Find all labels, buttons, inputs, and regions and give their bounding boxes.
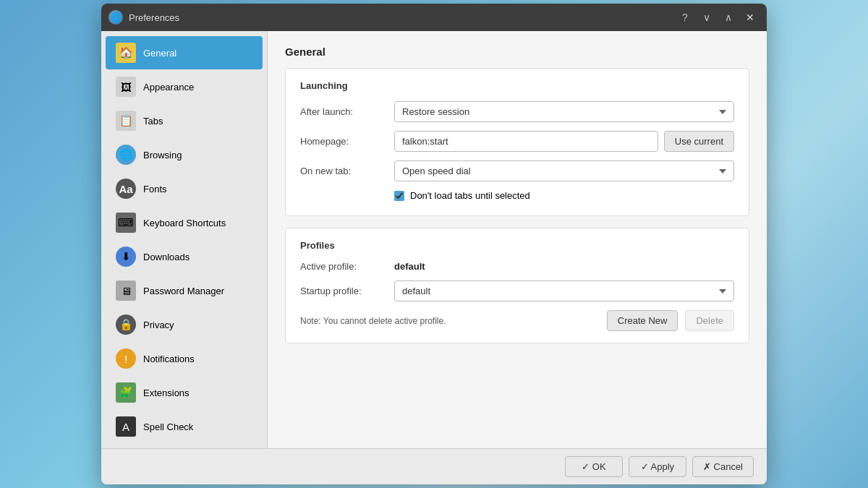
sidebar: 🏠 General 🖼 Appearance 📋 Tabs 🌐 Browsing… <box>101 31 268 448</box>
sidebar-item-downloads[interactable]: ⬇ Downloads <box>106 240 263 273</box>
privacy-icon: 🔒 <box>116 314 136 335</box>
dont-load-tabs-checkbox[interactable] <box>394 191 404 201</box>
footer: ✓ OK ✓ Apply ✗ Cancel <box>101 448 767 484</box>
sidebar-item-label-downloads: Downloads <box>143 252 190 262</box>
homepage-row: Homepage: Use current <box>300 131 734 152</box>
profiles-section: Profiles Active profile: default Startup… <box>285 228 749 343</box>
create-new-button[interactable]: Create New <box>607 310 678 331</box>
on-new-tab-select[interactable]: Open speed dial Open blank page Open hom… <box>394 160 734 181</box>
titlebar-controls: ? ∨ ∧ ✕ <box>676 8 760 27</box>
preferences-window: 🌐 Preferences ? ∨ ∧ ✕ 🏠 General 🖼 Appear… <box>101 4 767 484</box>
active-profile-value: default <box>394 261 425 272</box>
sidebar-item-label-tabs: Tabs <box>143 116 163 127</box>
maximize-button[interactable]: ∧ <box>719 8 738 27</box>
spell-check-icon: A <box>116 416 136 437</box>
password-manager-icon: 🖥 <box>116 281 136 301</box>
homepage-control: Use current <box>394 131 734 152</box>
sidebar-item-label-appearance: Appearance <box>143 82 194 93</box>
homepage-input[interactable] <box>394 131 658 152</box>
appearance-icon: 🖼 <box>116 77 136 97</box>
keyboard-shortcuts-icon: ⌨ <box>116 213 136 233</box>
homepage-label: Homepage: <box>300 136 387 147</box>
titlebar: 🌐 Preferences ? ∨ ∧ ✕ <box>101 4 767 31</box>
launching-section: Launching After launch: Restore session … <box>285 68 749 216</box>
sidebar-item-label-spell-check: Spell Check <box>143 421 193 432</box>
general-icon: 🏠 <box>116 43 136 63</box>
sidebar-item-label-browsing: Browsing <box>143 150 182 160</box>
sidebar-item-label-notifications: Notifications <box>143 354 195 364</box>
startup-profile-select[interactable]: default <box>394 281 734 301</box>
window-body: 🏠 General 🖼 Appearance 📋 Tabs 🌐 Browsing… <box>101 31 767 448</box>
after-launch-row: After launch: Restore session Open homep… <box>300 101 734 122</box>
sidebar-item-keyboard-shortcuts[interactable]: ⌨ Keyboard Shortcuts <box>106 206 263 239</box>
sidebar-item-tabs[interactable]: 📋 Tabs <box>106 104 263 137</box>
dont-load-tabs-label: Don't load tabs until selected <box>410 190 530 201</box>
launching-section-title: Launching <box>300 80 734 91</box>
notifications-icon: ! <box>116 348 136 369</box>
browsing-icon: 🌐 <box>116 145 136 165</box>
extensions-icon: 🧩 <box>116 382 136 403</box>
minimize-button[interactable]: ∨ <box>697 8 716 27</box>
main-content: General Launching After launch: Restore … <box>268 31 767 448</box>
ok-button[interactable]: ✓ OK <box>565 456 623 477</box>
after-launch-control: Restore session Open homepage Open blank… <box>394 101 734 122</box>
sidebar-item-password-manager[interactable]: 🖥 Password Manager <box>106 274 263 307</box>
on-new-tab-control: Open speed dial Open blank page Open hom… <box>394 160 734 181</box>
sidebar-item-label-fonts: Fonts <box>143 184 167 194</box>
sidebar-item-label-privacy: Privacy <box>143 320 174 330</box>
on-new-tab-row: On new tab: Open speed dial Open blank p… <box>300 160 734 181</box>
sidebar-item-spell-check[interactable]: A Spell Check <box>106 410 263 443</box>
fonts-icon: Aa <box>116 179 136 199</box>
sidebar-item-general[interactable]: 🏠 General <box>106 36 263 69</box>
note-row: Note: You cannot delete active profile. … <box>300 310 734 331</box>
sidebar-item-browsing[interactable]: 🌐 Browsing <box>106 138 263 171</box>
app-icon: 🌐 <box>109 10 123 25</box>
sidebar-item-appearance[interactable]: 🖼 Appearance <box>106 70 263 103</box>
sidebar-item-label-extensions: Extensions <box>143 388 190 398</box>
apply-button[interactable]: ✓ Apply <box>629 456 686 477</box>
downloads-icon: ⬇ <box>116 247 136 267</box>
startup-profile-label: Startup profile: <box>300 286 387 296</box>
sidebar-item-label-password-manager: Password Manager <box>143 286 224 296</box>
on-new-tab-label: On new tab: <box>300 166 387 176</box>
note-text: Note: You cannot delete active profile. <box>300 316 600 326</box>
cancel-button[interactable]: ✗ Cancel <box>692 456 754 477</box>
titlebar-left: 🌐 Preferences <box>109 10 179 25</box>
sidebar-item-extensions[interactable]: 🧩 Extensions <box>106 376 263 409</box>
use-current-button[interactable]: Use current <box>664 131 734 152</box>
delete-button[interactable]: Delete <box>685 310 734 331</box>
sidebar-item-privacy[interactable]: 🔒 Privacy <box>106 308 263 341</box>
page-title: General <box>285 46 749 58</box>
dont-load-tabs-row: Don't load tabs until selected <box>300 190 734 201</box>
after-launch-select[interactable]: Restore session Open homepage Open blank… <box>394 101 734 122</box>
sidebar-item-label-keyboard-shortcuts: Keyboard Shortcuts <box>143 218 226 228</box>
active-profile-row: Active profile: default <box>300 261 734 272</box>
tabs-icon: 📋 <box>116 111 136 131</box>
sidebar-item-label-general: General <box>143 48 176 59</box>
close-button[interactable]: ✕ <box>741 8 760 27</box>
sidebar-item-fonts[interactable]: Aa Fonts <box>106 172 263 205</box>
profiles-section-title: Profiles <box>300 240 734 251</box>
help-button[interactable]: ? <box>676 8 694 27</box>
active-profile-label: Active profile: <box>300 261 387 272</box>
startup-profile-row: Startup profile: default <box>300 281 734 301</box>
window-title: Preferences <box>129 12 179 23</box>
sidebar-item-notifications[interactable]: ! Notifications <box>106 342 263 375</box>
startup-profile-control: default <box>394 281 734 301</box>
after-launch-label: After launch: <box>300 106 387 117</box>
